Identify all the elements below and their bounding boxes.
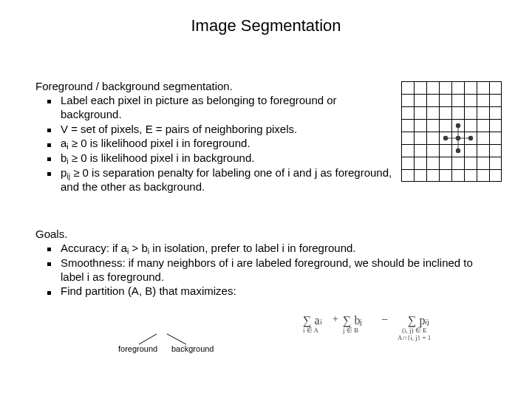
segmentation-section: Foreground / background segmentation. La… bbox=[35, 80, 398, 194]
goals-section: Goals. Accuracy: if ai > bi in isolation… bbox=[35, 228, 486, 299]
bullet-item: ai ≥ 0 is likelihood pixel i in foregrou… bbox=[61, 137, 398, 151]
bullet-list: Accuracy: if ai > bi in isolation, prefe… bbox=[35, 242, 486, 299]
svg-point-20 bbox=[443, 136, 448, 140]
pixel-grid-figure bbox=[401, 81, 502, 182]
formula-term: ∑ bⱼ bbox=[343, 313, 362, 327]
section-heading: Foreground / background segmentation. bbox=[35, 80, 398, 92]
formula-term: ∑ aᵢ bbox=[303, 313, 322, 327]
svg-point-21 bbox=[468, 136, 473, 140]
bullet-item: Accuracy: if ai > bi in isolation, prefe… bbox=[61, 242, 486, 256]
text: in isolation, prefer to label i in foreg… bbox=[149, 242, 355, 254]
formula-op: − bbox=[381, 313, 388, 327]
slide-title: Image Segmentation bbox=[0, 16, 532, 35]
svg-point-19 bbox=[456, 149, 460, 153]
bullet-item: Find partition (A, B) that maximizes: bbox=[61, 284, 486, 299]
annotation-label-background: background bbox=[171, 344, 214, 353]
formula-subscript: (i, j) ∈ E bbox=[402, 327, 427, 334]
annotation-label-foreground: foreground bbox=[118, 344, 157, 353]
bullet-list: Label each pixel in picture as belonging… bbox=[35, 94, 398, 194]
formula-subscript: j ∈ B bbox=[343, 327, 358, 334]
formula-subscript: A∩{i, j} = 1 bbox=[398, 334, 431, 341]
formula-op: + bbox=[332, 313, 338, 325]
text: > b bbox=[129, 242, 147, 254]
svg-point-18 bbox=[456, 136, 460, 140]
svg-line-23 bbox=[167, 334, 186, 344]
svg-point-17 bbox=[456, 123, 460, 128]
bullet-item: Smoothness: if many neighbors of i are l… bbox=[61, 256, 486, 284]
bullet-item: pij ≥ 0 is separation penalty for labeli… bbox=[61, 166, 398, 194]
bullet-item: V = set of pixels, E = pairs of neighbor… bbox=[61, 123, 398, 137]
bullet-item: bi ≥ 0 is likelihood pixel i in backgrou… bbox=[61, 151, 398, 166]
formula-term: ∑ pᵢⱼ bbox=[408, 313, 429, 327]
text: ≥ 0 is separation penalty for labeling o… bbox=[61, 166, 392, 193]
formula-subscript: i ∈ A bbox=[303, 327, 318, 334]
section-heading: Goals. bbox=[35, 228, 486, 240]
text: ≥ 0 is likelihood pixel i in foreground. bbox=[69, 137, 250, 149]
text: Accuracy: if a bbox=[61, 242, 127, 254]
text: ≥ 0 is likelihood pixel i in background. bbox=[69, 151, 255, 164]
svg-line-22 bbox=[139, 334, 157, 344]
slide: Image Segmentation Foreground / backgrou… bbox=[0, 16, 532, 399]
bullet-item: Label each pixel in picture as belonging… bbox=[61, 94, 398, 122]
objective-formula: ∑ aᵢ i ∈ A + ∑ bⱼ j ∈ B − ∑ pᵢⱼ (i, j) ∈… bbox=[303, 309, 502, 353]
